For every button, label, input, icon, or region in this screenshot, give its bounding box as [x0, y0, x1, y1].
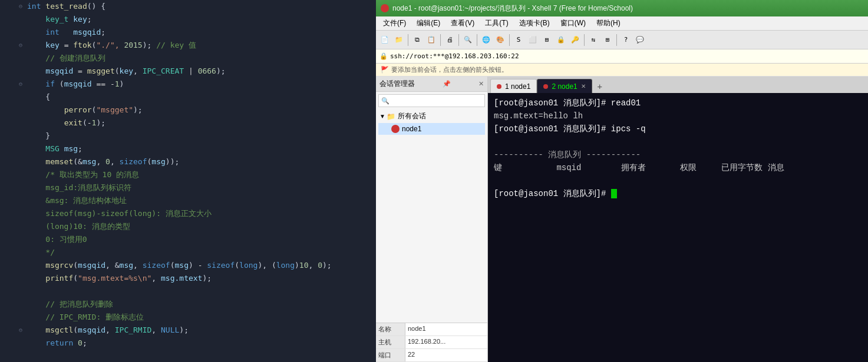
menu-tools[interactable]: 工具(T) — [480, 17, 513, 29]
toolbar: 📄 📁 ⧉ 📋 🖨 🔍 🌐 🎨 S ⬜ ⊞ 🔒 🔑 ⇆ ⊞ ? 💬 — [376, 31, 868, 49]
menu-window[interactable]: 窗口(W) — [556, 17, 590, 29]
fold-marker[interactable]: ⊖ — [16, 0, 25, 13]
app-icon — [381, 4, 389, 12]
toolbar-s1[interactable]: S — [512, 34, 525, 47]
toolbar-color[interactable]: 🎨 — [494, 34, 507, 47]
toolbar-paste[interactable]: 📋 — [425, 34, 438, 47]
code-line: printf("msg.mtext=%s\n", msg.mtext); — [0, 272, 376, 285]
toolbar-sep5 — [509, 34, 510, 46]
line-gutter — [0, 246, 16, 247]
tab-2-node1[interactable]: 2 node1 ✕ — [537, 79, 592, 93]
code-text: msgqid = msgget(key, IPC_CREAT | 0666); — [25, 65, 376, 78]
pin-button[interactable]: 📌 — [443, 80, 451, 88]
session-tree-item-node1[interactable]: node1 — [378, 123, 485, 135]
line-gutter — [0, 155, 16, 156]
session-search[interactable] — [378, 94, 485, 107]
code-text: sizeof(msg)-sizeof(long): 消息正文大小 — [25, 207, 376, 220]
code-text: key = ftok("./", 2015); // key 值 — [25, 39, 376, 52]
toolbar-print[interactable]: 🖨 — [443, 34, 456, 47]
code-text: msgctl(msgqid, IPC_RMID, NULL); — [25, 324, 376, 337]
session-header: 会话管理器 📌 ✕ — [376, 77, 487, 92]
code-text: 0: 习惯用0 — [25, 233, 376, 246]
tab-dot-2 — [543, 84, 548, 89]
fold-marker[interactable]: ⊖ — [16, 324, 25, 337]
terminal-cursor — [611, 189, 617, 198]
code-line: int msgqid; — [0, 26, 376, 39]
code-line: key_t key; — [0, 13, 376, 26]
toolbar-chat[interactable]: 💬 — [633, 34, 646, 47]
code-text: msg_id:消息队列标识符 — [25, 181, 376, 194]
toolbar-connect[interactable]: 🌐 — [480, 34, 493, 47]
info-value-host: 192.168.20... — [405, 336, 487, 348]
code-line — [0, 285, 376, 298]
code-text: &msg: 消息结构体地址 — [25, 194, 376, 207]
toolbar-help[interactable]: ? — [619, 34, 632, 47]
line-gutter — [0, 324, 16, 324]
code-line: (long)10: 消息的类型 — [0, 220, 376, 233]
info-row-port: 端口 22 — [376, 349, 487, 362]
code-text: int test_read() { — [25, 0, 376, 13]
line-gutter — [0, 337, 16, 337]
line-gutter — [0, 298, 16, 298]
code-text: int msgqid; — [25, 26, 376, 39]
code-text: printf("msg.mtext=%s\n", msg.mtext); — [25, 272, 376, 285]
menu-tabs[interactable]: 选项卡(B) — [514, 17, 555, 29]
code-line: sizeof(msg)-sizeof(long): 消息正文大小 — [0, 207, 376, 220]
line-gutter — [0, 65, 16, 65]
code-line: ⊖ int test_read() { — [0, 0, 376, 13]
code-line: ⊖ msgctl(msgqid, IPC_RMID, NULL); — [0, 324, 376, 337]
code-text: (long)10: 消息的类型 — [25, 220, 376, 233]
tab-1-node1[interactable]: 1 node1 — [490, 79, 537, 93]
code-line: &msg: 消息结构体地址 — [0, 194, 376, 207]
code-text: exit(-1); — [25, 117, 376, 129]
tab-add-button[interactable]: + — [593, 80, 606, 93]
session-panel: 会话管理器 📌 ✕ ▼ 📁 所有会话 node1 名称 n — [376, 77, 488, 362]
toolbar-copy[interactable]: ⧉ — [411, 34, 424, 47]
ssh-address: ssh://root:***@192.168.203.160:22 — [390, 52, 519, 60]
toolbar-open[interactable]: 📁 — [392, 34, 405, 47]
toolbar-key[interactable]: 🔑 — [569, 34, 582, 47]
code-line: */ — [0, 246, 376, 259]
tab-1-label: 1 node1 — [505, 82, 530, 91]
terminal-line-3: [root@jason01 消息队列]# ipcs -q — [494, 122, 862, 135]
line-gutter — [0, 117, 16, 117]
menu-file[interactable]: 文件(F) — [378, 17, 411, 29]
toolbar-sep3 — [458, 34, 459, 46]
toolbar-expand[interactable]: ⊞ — [540, 34, 553, 47]
info-value-name: node1 — [405, 323, 487, 336]
info-label-name: 名称 — [376, 323, 405, 336]
session-body: ▼ 📁 所有会话 node1 — [376, 92, 487, 323]
code-line: memset(&msg, 0, sizeof(msg)); — [0, 155, 376, 168]
code-text: // 创建消息队列 — [25, 52, 376, 65]
menu-edit[interactable]: 编辑(E) — [412, 17, 445, 29]
code-line: /* 取出类型为 10 的消息 — [0, 168, 376, 181]
toolbar-sep6 — [584, 34, 585, 46]
info-text: 要添加当前会话，点击左侧的箭头按钮。 — [391, 65, 508, 74]
toolbar-sep1 — [408, 34, 408, 46]
code-text: */ — [25, 246, 376, 259]
close-session-panel[interactable]: ✕ — [478, 80, 484, 88]
info-label-port: 端口 — [376, 349, 405, 361]
toolbar-search[interactable]: 🔍 — [461, 34, 474, 47]
tab-close-button[interactable]: ✕ — [581, 83, 586, 89]
line-gutter — [0, 142, 16, 143]
tree-collapse[interactable]: ▼ — [379, 113, 385, 119]
menu-view[interactable]: 查看(V) — [446, 17, 479, 29]
toolbar-sep4 — [477, 34, 477, 46]
line-gutter — [0, 129, 16, 130]
toolbar-new[interactable]: 📄 — [378, 34, 391, 47]
terminal[interactable]: [root@jason01 消息队列]# read01 msg.mtext=he… — [488, 93, 868, 362]
menu-bar: 文件(F) 编辑(E) 查看(V) 工具(T) 选项卡(B) 窗口(W) 帮助(… — [376, 16, 868, 31]
menu-help[interactable]: 帮助(H) — [592, 17, 625, 29]
toolbar-s2[interactable]: ⬜ — [526, 34, 539, 47]
line-gutter — [0, 259, 16, 260]
toolbar-layout[interactable]: ⊞ — [601, 34, 614, 47]
toolbar-arrows[interactable]: ⇆ — [587, 34, 600, 47]
line-gutter — [0, 26, 16, 26]
session-tree-root[interactable]: ▼ 📁 所有会话 — [378, 109, 485, 123]
fold-marker[interactable]: ⊖ — [16, 39, 25, 52]
fold-marker[interactable]: ⊖ — [16, 78, 25, 91]
toolbar-lock[interactable]: 🔒 — [555, 34, 567, 47]
terminal-line-5: ---------- 消息队列 ----------- — [494, 148, 862, 161]
toolbar-sep2 — [440, 34, 441, 46]
